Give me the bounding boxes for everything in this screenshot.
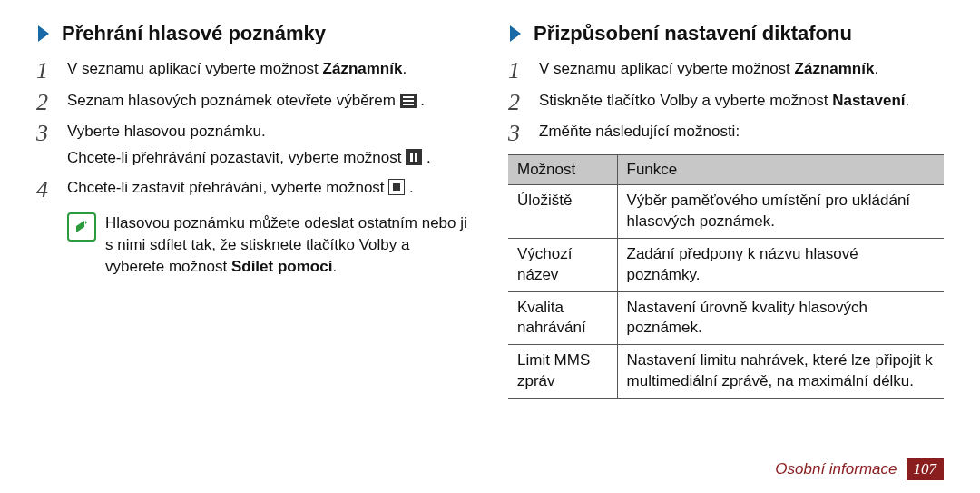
- step-2: 2 Seznam hlasových poznámek otevřete výb…: [36, 90, 472, 116]
- stop-icon: [388, 179, 405, 202]
- chevron-icon: [508, 24, 524, 44]
- pause-icon: [406, 149, 422, 173]
- right-column: Přizpůsobení nastavení diktafonu 1 V sez…: [508, 16, 944, 399]
- step-2: 2 Stiskněte tlačítko Volby a vyberte mož…: [508, 90, 944, 116]
- two-columns: Přehrání hlasové poznámky 1 V seznamu ap…: [36, 16, 944, 399]
- section-title-text: Přizpůsobení nastavení diktafonu: [534, 22, 852, 45]
- text: .: [874, 60, 878, 77]
- text: Chcete-li přehrávání pozastavit, vyberte…: [67, 149, 406, 166]
- footer-page-number: 107: [906, 458, 945, 480]
- text: Stiskněte tlačítko Volby a vyberte možno…: [539, 92, 832, 109]
- step-3: 3 Vyberte hlasovou poznámku. Chcete-li p…: [36, 121, 472, 172]
- text-bold: Záznamník: [795, 60, 875, 77]
- table-row: Kvalita nahrávání Nastavení úrovně kvali…: [508, 291, 944, 345]
- step-subline: Chcete-li přehrávání pozastavit, vyberte…: [67, 147, 472, 173]
- options-table: Možnost Funkce Úložiště Výběr paměťového…: [508, 154, 944, 399]
- text: .: [402, 60, 407, 77]
- svg-rect-3: [403, 104, 414, 105]
- step-num: 3: [508, 121, 539, 147]
- cell-function: Nastavení limitu nahrávek, které lze při…: [617, 345, 944, 399]
- step-num: 1: [508, 58, 539, 84]
- table-head-function: Funkce: [617, 154, 944, 184]
- footer-category: Osobní informace: [775, 460, 897, 478]
- svg-rect-2: [403, 100, 414, 102]
- text: Chcete-li zastavit přehrávání, vyberte m…: [67, 179, 388, 196]
- svg-rect-8: [393, 183, 400, 191]
- text: V seznamu aplikací vyberte možnost: [67, 60, 323, 77]
- text: Seznam hlasových poznámek otevřete výběr…: [67, 92, 400, 109]
- svg-rect-5: [410, 153, 413, 162]
- text: .: [906, 92, 910, 109]
- chevron-icon: [36, 24, 53, 44]
- section-title-settings: Přizpůsobení nastavení diktafonu: [508, 22, 944, 45]
- step-body: Stiskněte tlačítko Volby a vyberte možno…: [539, 90, 944, 116]
- step-body: Vyberte hlasovou poznámku. Chcete-li pře…: [67, 121, 472, 172]
- note-icon: [67, 212, 96, 277]
- cell-function: Výběr paměťového umístění pro ukládání h…: [617, 184, 944, 238]
- text: V seznamu aplikací vyberte možnost: [539, 60, 795, 77]
- text-bold: Sdílet pomocí: [231, 258, 332, 275]
- text-bold: Záznamník: [323, 60, 403, 77]
- footer: Osobní informace 107: [775, 458, 944, 480]
- step-3: 3 Změňte následující možnosti:: [508, 121, 944, 147]
- table-row: Úložiště Výběr paměťového umístění pro u…: [508, 184, 944, 238]
- step-4: 4 Chcete-li zastavit přehrávání, vyberte…: [36, 177, 472, 203]
- text: Vyberte hlasovou poznámku.: [67, 121, 472, 143]
- cell-option: Výchozí název: [508, 238, 617, 291]
- left-column: Přehrání hlasové poznámky 1 V seznamu ap…: [36, 16, 472, 399]
- step-body: Změňte následující možnosti:: [539, 121, 944, 147]
- step-body: Seznam hlasových poznámek otevřete výběr…: [67, 90, 472, 116]
- svg-rect-4: [406, 149, 422, 165]
- step-body: V seznamu aplikací vyberte možnost Zázna…: [67, 58, 472, 84]
- table-row: Limit MMS zpráv Nastavení limitu nahráve…: [508, 345, 944, 399]
- cell-function: Zadání předpony k názvu hlasové poznámky…: [617, 238, 944, 291]
- list-icon: [400, 93, 416, 115]
- step-num: 2: [36, 90, 67, 116]
- step-num: 2: [508, 90, 539, 116]
- svg-rect-1: [403, 96, 414, 98]
- section-title-text: Přehrání hlasové poznámky: [62, 22, 326, 45]
- text: .: [332, 258, 337, 275]
- cell-option: Úložiště: [508, 184, 617, 238]
- section-title-playback: Přehrání hlasové poznámky: [36, 22, 472, 45]
- text: .: [420, 92, 425, 109]
- step-num: 3: [36, 121, 67, 172]
- cell-function: Nastavení úrovně kvality hlasových pozná…: [617, 291, 944, 345]
- svg-rect-6: [415, 153, 417, 162]
- step-1: 1 V seznamu aplikací vyberte možnost Záz…: [36, 58, 472, 84]
- cell-option: Kvalita nahrávání: [508, 291, 617, 345]
- text: Změňte následující možnosti:: [539, 123, 740, 140]
- step-body: V seznamu aplikací vyberte možnost Zázna…: [539, 58, 944, 84]
- note-body: Hlasovou poznámku můžete odeslat ostatní…: [105, 212, 472, 277]
- note: Hlasovou poznámku můžete odeslat ostatní…: [67, 212, 472, 277]
- table-head-option: Možnost: [508, 154, 617, 184]
- step-num: 1: [36, 58, 67, 84]
- table-row: Výchozí název Zadání předpony k názvu hl…: [508, 238, 944, 291]
- cell-option: Limit MMS zpráv: [508, 345, 617, 399]
- text: .: [409, 179, 414, 196]
- step-num: 4: [36, 177, 67, 203]
- step-body: Chcete-li zastavit přehrávání, vyberte m…: [67, 177, 472, 203]
- text: .: [426, 149, 431, 166]
- text-bold: Nastavení: [832, 92, 905, 109]
- page: Přehrání hlasové poznámky 1 V seznamu ap…: [0, 0, 980, 493]
- step-1: 1 V seznamu aplikací vyberte možnost Záz…: [508, 58, 944, 84]
